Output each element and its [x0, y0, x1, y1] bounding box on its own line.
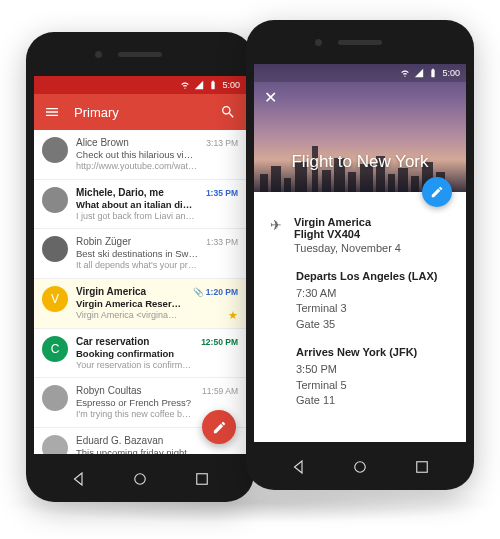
email-content: Michele, Dario, meWhat about an italian … — [76, 187, 198, 222]
status-time: 5:00 — [222, 80, 240, 90]
close-icon[interactable]: ✕ — [264, 88, 277, 107]
home-button[interactable] — [131, 470, 149, 488]
avatar — [42, 385, 68, 411]
email-time: 1:33 PM — [206, 236, 238, 247]
email-content: Robyn CoultasEspresso or French Press?I'… — [76, 385, 194, 420]
wifi-icon — [400, 68, 410, 78]
inbox-title: Primary — [74, 105, 206, 120]
email-row[interactable]: VVirgin AmericaVirgin America Reservatio… — [34, 279, 246, 329]
snippet: Your reservation is confirmed. Please... — [76, 360, 193, 371]
phone-gmail: 5:00 Primary Alice BrownCheck out this h… — [26, 32, 254, 502]
status-bar: 5:00 — [254, 64, 466, 82]
email-time: 12:50 PM — [201, 336, 238, 347]
arrival-gate: Gate 11 — [296, 393, 450, 408]
subject: Virgin America Reservation VX404 — [76, 298, 185, 310]
avatar: C — [42, 336, 68, 362]
email-row[interactable]: CCar reservationBooking confirmationYour… — [34, 329, 246, 379]
sender: Virgin America — [76, 286, 185, 298]
flight-title: Flight to New York — [254, 152, 466, 172]
signal-icon — [194, 80, 204, 90]
flight-date: Tuesday, November 4 — [294, 242, 401, 254]
subject: This upcoming friday night — [76, 447, 230, 454]
snippet: Virgin America <virginamerica@elev... — [76, 310, 185, 321]
pencil-icon — [430, 185, 444, 199]
recents-button[interactable] — [193, 470, 211, 488]
departure-section: Departs Los Angeles (LAX) 7:30 AM Termin… — [296, 270, 450, 332]
screen-gmail: 5:00 Primary Alice BrownCheck out this h… — [34, 76, 246, 454]
menu-icon[interactable] — [44, 104, 60, 120]
departure-head: Departs Los Angeles (LAX) — [296, 270, 450, 282]
back-button[interactable] — [70, 470, 88, 488]
flight-details: ✈ Virgin America Flight VX404 Tuesday, N… — [254, 192, 466, 432]
airplane-icon: ✈ — [270, 216, 282, 254]
edit-fab[interactable] — [422, 177, 452, 207]
subject: Booking confirmation — [76, 348, 193, 360]
star-icon[interactable]: ★ — [228, 309, 238, 322]
email-content: Alice BrownCheck out this hilarious vide… — [76, 137, 198, 172]
gmail-header: Primary — [34, 94, 246, 130]
email-time: 3:13 PM — [206, 137, 238, 148]
snippet: I'm trying this new coffee brewing place… — [76, 409, 194, 420]
avatar — [42, 187, 68, 213]
phone-flight: 5:00 ✕ — [246, 20, 474, 490]
android-navbar — [26, 464, 254, 494]
snippet: http://www.youtube.com/watch?v=89... — [76, 161, 198, 172]
arrival-head: Arrives New York (JFK) — [296, 346, 450, 358]
email-time: 📎 1:20 PM — [193, 286, 239, 297]
arrival-terminal: Terminal 5 — [296, 378, 450, 393]
email-row[interactable]: Alice BrownCheck out this hilarious vide… — [34, 130, 246, 180]
avatar — [42, 236, 68, 262]
status-bar: 5:00 — [34, 76, 246, 94]
attachment-icon: 📎 — [193, 287, 204, 297]
email-content: Robin ZügerBest ski destinations in Swit… — [76, 236, 198, 271]
snippet: I just got back from Liavi and I've plen… — [76, 211, 198, 222]
signal-icon — [414, 68, 424, 78]
search-icon[interactable] — [220, 104, 236, 120]
email-content: Virgin AmericaVirgin America Reservation… — [76, 286, 185, 321]
avatar — [42, 137, 68, 163]
battery-icon — [428, 68, 438, 78]
avatar: V — [42, 286, 68, 312]
sender: Car reservation — [76, 336, 193, 348]
svg-point-2 — [355, 462, 366, 473]
android-navbar — [246, 452, 474, 482]
battery-icon — [208, 80, 218, 90]
recents-button[interactable] — [413, 458, 431, 476]
back-button[interactable] — [290, 458, 308, 476]
departure-time: 7:30 AM — [296, 286, 450, 301]
svg-rect-3 — [416, 462, 427, 473]
compose-fab[interactable] — [202, 410, 236, 444]
home-button[interactable] — [351, 458, 369, 476]
sender: Robyn Coultas — [76, 385, 194, 397]
airline-name: Virgin America — [294, 216, 401, 228]
email-row[interactable]: Robin ZügerBest ski destinations in Swit… — [34, 229, 246, 279]
subject: Espresso or French Press? — [76, 397, 194, 409]
avatar — [42, 435, 68, 454]
sender: Alice Brown — [76, 137, 198, 149]
arrival-section: Arrives New York (JFK) 3:50 PM Terminal … — [296, 346, 450, 408]
svg-point-0 — [135, 474, 146, 485]
flight-hero: 5:00 ✕ — [254, 64, 466, 192]
email-content: Car reservationBooking confirmationYour … — [76, 336, 193, 371]
flight-number: Flight VX404 — [294, 228, 401, 240]
departure-gate: Gate 35 — [296, 317, 450, 332]
subject: Best ski destinations in Switzerland — [76, 248, 198, 260]
email-list: Alice BrownCheck out this hilarious vide… — [34, 130, 246, 454]
sender: Robin Züger — [76, 236, 198, 248]
svg-rect-1 — [196, 474, 207, 485]
email-row[interactable]: Michele, Dario, meWhat about an italian … — [34, 180, 246, 230]
email-time: 1:35 PM — [206, 187, 238, 198]
arrival-time: 3:50 PM — [296, 362, 450, 377]
snippet: It all depends what's your preferences i… — [76, 260, 198, 271]
departure-terminal: Terminal 3 — [296, 301, 450, 316]
pencil-icon — [212, 420, 227, 435]
email-time: 11:59 AM — [202, 385, 238, 396]
wifi-icon — [180, 80, 190, 90]
subject: What about an italian dinner? — [76, 199, 198, 211]
subject: Check out this hilarious video! — [76, 149, 198, 161]
sender: Michele, Dario, me — [76, 187, 198, 199]
status-time: 5:00 — [442, 68, 460, 78]
screen-flight: 5:00 ✕ — [254, 64, 466, 442]
